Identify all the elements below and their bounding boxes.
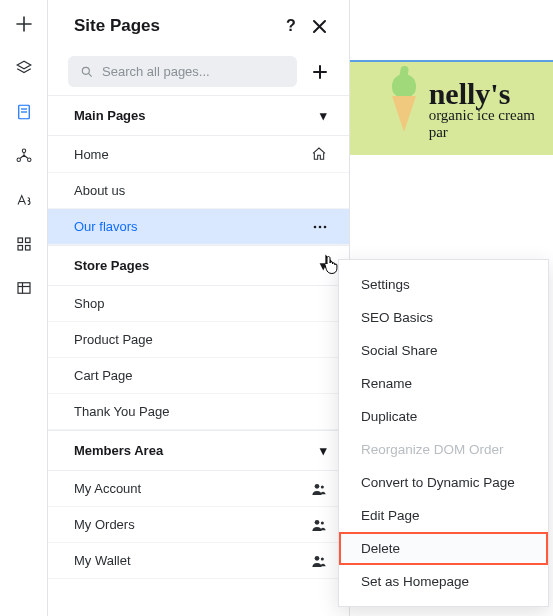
svg-rect-10 — [25, 246, 30, 251]
svg-point-16 — [314, 225, 317, 228]
panel-title: Site Pages — [74, 16, 273, 36]
svg-point-5 — [17, 158, 20, 161]
structure-icon[interactable] — [12, 144, 36, 168]
help-icon[interactable]: ? — [281, 16, 301, 36]
members-icon — [311, 482, 327, 496]
page-name: Product Page — [74, 332, 327, 347]
page-name: Our flavors — [74, 219, 313, 234]
site-banner: nelly's organic ice cream par — [350, 60, 553, 155]
search-icon — [80, 65, 94, 79]
page-item-account[interactable]: My Account — [48, 471, 349, 507]
svg-point-24 — [321, 557, 324, 560]
page-name: Cart Page — [74, 368, 327, 383]
ice-cream-logo — [386, 74, 421, 144]
svg-point-22 — [321, 521, 324, 524]
menu-rename[interactable]: Rename — [339, 367, 548, 400]
more-icon[interactable] — [313, 225, 327, 229]
section-main-pages[interactable]: Main Pages ▾ — [48, 95, 349, 136]
page-name: Thank You Page — [74, 404, 327, 419]
svg-point-20 — [321, 485, 324, 488]
search-row — [48, 48, 349, 95]
menu-reorganize-dom: Reorganize DOM Order — [339, 433, 548, 466]
members-icon — [311, 554, 327, 568]
page-name: Home — [74, 147, 311, 162]
page-name: My Orders — [74, 517, 311, 532]
chevron-down-icon: ▾ — [320, 443, 327, 458]
svg-rect-8 — [25, 238, 30, 243]
page-item-orders[interactable]: My Orders — [48, 507, 349, 543]
apps-icon[interactable] — [12, 232, 36, 256]
svg-point-17 — [319, 225, 322, 228]
search-box[interactable] — [68, 56, 297, 87]
svg-point-6 — [27, 158, 30, 161]
typography-icon[interactable] — [12, 188, 36, 212]
page-item-shop[interactable]: Shop — [48, 286, 349, 322]
layers-icon[interactable] — [12, 56, 36, 80]
menu-edit-page[interactable]: Edit Page — [339, 499, 548, 532]
page-item-about[interactable]: About us — [48, 173, 349, 209]
page-item-thankyou[interactable]: Thank You Page — [48, 394, 349, 430]
section-label: Store Pages — [74, 258, 320, 273]
svg-line-15 — [88, 73, 91, 76]
menu-set-homepage[interactable]: Set as Homepage — [339, 565, 548, 598]
section-label: Members Area — [74, 443, 320, 458]
page-name: My Wallet — [74, 553, 311, 568]
brand-text: nelly's organic ice cream par — [429, 77, 553, 141]
section-members-area[interactable]: Members Area ▾ — [48, 430, 349, 471]
svg-point-18 — [324, 225, 327, 228]
members-icon — [311, 518, 327, 532]
menu-settings[interactable]: Settings — [339, 268, 548, 301]
page-name: Shop — [74, 296, 327, 311]
menu-seo-basics[interactable]: SEO Basics — [339, 301, 548, 334]
menu-convert-dynamic[interactable]: Convert to Dynamic Page — [339, 466, 548, 499]
search-input[interactable] — [102, 64, 285, 79]
close-icon[interactable] — [309, 16, 329, 36]
page-name: My Account — [74, 481, 311, 496]
site-pages-panel: Site Pages ? Main Pages ▾ Home About us … — [48, 0, 350, 616]
svg-rect-9 — [18, 246, 23, 251]
data-icon[interactable] — [12, 276, 36, 300]
chevron-down-icon: ▾ — [320, 108, 327, 123]
add-icon[interactable] — [12, 12, 36, 36]
brand-subtitle: organic ice cream par — [429, 107, 553, 141]
menu-social-share[interactable]: Social Share — [339, 334, 548, 367]
page-item-flavors[interactable]: Our flavors — [48, 209, 349, 245]
svg-marker-0 — [17, 61, 31, 69]
svg-rect-11 — [18, 283, 30, 294]
brand-title: nelly's — [429, 77, 553, 111]
add-page-button[interactable] — [307, 59, 333, 85]
section-store-pages[interactable]: Store Pages ▾ — [48, 245, 349, 286]
panel-header: Site Pages ? — [48, 0, 349, 48]
svg-point-14 — [82, 67, 89, 74]
pages-icon[interactable] — [12, 100, 36, 124]
home-icon — [311, 146, 327, 162]
left-tool-rail — [0, 0, 48, 616]
svg-point-23 — [315, 556, 320, 561]
svg-point-19 — [315, 484, 320, 489]
page-item-wallet[interactable]: My Wallet — [48, 543, 349, 579]
svg-point-21 — [315, 520, 320, 525]
page-item-cart[interactable]: Cart Page — [48, 358, 349, 394]
page-name: About us — [74, 183, 327, 198]
chevron-down-icon: ▾ — [320, 258, 327, 273]
menu-duplicate[interactable]: Duplicate — [339, 400, 548, 433]
page-context-menu: Settings SEO Basics Social Share Rename … — [338, 259, 549, 607]
svg-rect-7 — [18, 238, 23, 243]
page-item-home[interactable]: Home — [48, 136, 349, 173]
section-label: Main Pages — [74, 108, 320, 123]
page-item-product[interactable]: Product Page — [48, 322, 349, 358]
svg-point-4 — [22, 149, 25, 152]
menu-delete[interactable]: Delete — [339, 532, 548, 565]
